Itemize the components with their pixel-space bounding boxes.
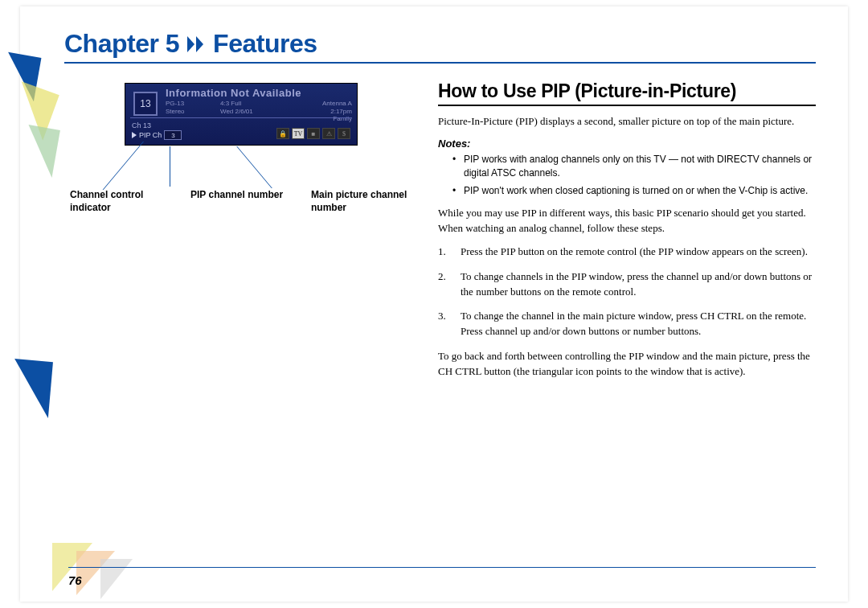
pip-label: PIP Ch bbox=[139, 131, 162, 139]
tv-info-banner: 13 Information Not Available PG-13 Stere… bbox=[125, 83, 358, 146]
time-text: 2:17pm bbox=[322, 108, 352, 116]
date-text: Wed 2/6/01 bbox=[220, 108, 253, 116]
decor-triangle bbox=[10, 359, 53, 418]
figure-callouts: Channel control indicator PIP channel nu… bbox=[70, 189, 407, 214]
warning-icon: ⚠ bbox=[322, 128, 335, 139]
step-item: To change channels in the PIP window, pr… bbox=[438, 269, 816, 300]
outro-text: To go back and forth between controlling… bbox=[438, 349, 816, 380]
chapter-number: Chapter 5 bbox=[64, 29, 179, 59]
chapter-header: Chapter 5 Features bbox=[64, 29, 816, 64]
intro-text: Picture-In-Picture (PIP) displays a seco… bbox=[438, 114, 816, 129]
svg-marker-0 bbox=[187, 36, 194, 52]
info-title: Information Not Available bbox=[166, 87, 301, 99]
notes-label: Notes: bbox=[438, 138, 816, 150]
arrow-icon bbox=[187, 36, 205, 52]
step-item: To change the channel in the main pictur… bbox=[438, 309, 816, 339]
antenna-time: Antenna A 2:17pm Family bbox=[322, 100, 352, 123]
antenna-text: Antenna A bbox=[322, 100, 352, 108]
callout-channel-control: Channel control indicator bbox=[70, 189, 166, 214]
genre-text: Family bbox=[322, 115, 352, 123]
page-number: 76 bbox=[68, 573, 82, 587]
record-icon: ■ bbox=[307, 128, 320, 139]
pip-triangle-icon bbox=[132, 132, 137, 138]
steps-list: Press the PIP button on the remote contr… bbox=[438, 244, 816, 339]
audio-text: Stereo bbox=[166, 108, 185, 116]
svg-marker-1 bbox=[196, 36, 203, 52]
manual-page: Chapter 5 Features 13 Information Not Av… bbox=[20, 6, 848, 602]
lead-text: While you may use PIP in different ways,… bbox=[438, 206, 816, 236]
channel-box: 13 bbox=[133, 92, 158, 116]
notes-block: Notes: PIP works with analog channels on… bbox=[438, 138, 816, 198]
header-rule bbox=[64, 62, 816, 64]
dollar-icon: $ bbox=[338, 128, 350, 139]
callout-line bbox=[236, 146, 272, 188]
divider bbox=[130, 117, 352, 118]
main-content: How to Use PIP (Picture-in-Picture) Pict… bbox=[438, 80, 816, 388]
pip-figure: 13 Information Not Available PG-13 Stere… bbox=[125, 83, 358, 146]
pip-indicator: PIP Ch 3 bbox=[132, 130, 182, 140]
step-item: Press the PIP button on the remote contr… bbox=[438, 244, 816, 260]
footer-rule bbox=[68, 567, 816, 568]
callout-line bbox=[103, 142, 144, 190]
note-item: PIP works with analog channels only on t… bbox=[438, 153, 816, 180]
rating-text: PG-13 bbox=[166, 100, 185, 108]
icon-strip: 🔒 TV ■ ⚠ $ bbox=[276, 128, 350, 139]
section-title: How to Use PIP (Picture-in-Picture) bbox=[438, 80, 816, 106]
callout-line bbox=[170, 146, 170, 187]
chapter-name: Features bbox=[213, 29, 317, 59]
aspect-date: 4:3 Full Wed 2/6/01 bbox=[220, 100, 253, 115]
rating-audio: PG-13 Stereo bbox=[166, 100, 185, 115]
callout-pip-channel: PIP channel number bbox=[190, 189, 287, 214]
lock-icon: 🔒 bbox=[276, 128, 289, 139]
tv-icon: TV bbox=[292, 128, 305, 139]
pip-channel-number: 3 bbox=[164, 130, 182, 140]
decor-triangle bbox=[100, 559, 133, 599]
callout-main-channel: Main picture channel number bbox=[311, 189, 407, 214]
aspect-text: 4:3 Full bbox=[220, 100, 253, 108]
channel-label: Ch 13 bbox=[132, 121, 151, 129]
note-item: PIP won't work when closed captioning is… bbox=[438, 184, 816, 198]
